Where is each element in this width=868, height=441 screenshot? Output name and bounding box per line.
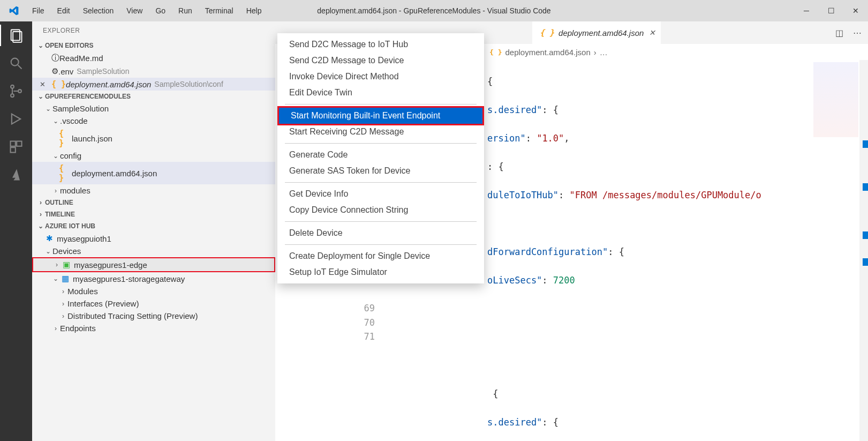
open-editors-label: OPEN EDITORS bbox=[45, 42, 93, 49]
mi-start-receiving[interactable]: Start Receiving C2D Message bbox=[277, 124, 484, 140]
chevron-right-icon: › bbox=[51, 187, 60, 195]
json-icon: { } bbox=[59, 163, 70, 183]
open-editor-path: SampleSolution bbox=[77, 67, 129, 76]
iot-interfaces-item[interactable]: ›Interfaces (Preview) bbox=[32, 297, 275, 310]
tree-launch[interactable]: { }launch.json bbox=[32, 127, 275, 150]
tree-deployment[interactable]: { }deployment.amd64.json bbox=[32, 162, 275, 184]
timeline-section[interactable]: ›TIMELINE bbox=[32, 208, 275, 220]
chevron-right-icon: › bbox=[594, 48, 597, 57]
iot-hub-label: AZURE IOT HUB bbox=[45, 222, 95, 230]
minimap[interactable] bbox=[813, 62, 858, 137]
tree-label: Distributed Tracing Setting (Preview) bbox=[67, 311, 198, 320]
menu-view[interactable]: View bbox=[120, 6, 149, 15]
chevron-right-icon: › bbox=[36, 211, 45, 218]
iot-modules-item[interactable]: ›Modules bbox=[32, 285, 275, 297]
chevron-down-icon: ⌄ bbox=[44, 105, 52, 113]
svg-point-6 bbox=[18, 89, 21, 93]
tree-vscode[interactable]: ⌄.vscode bbox=[32, 115, 275, 127]
svg-point-4 bbox=[11, 85, 14, 88]
menu-file[interactable]: File bbox=[26, 6, 51, 15]
overview-ruler[interactable] bbox=[859, 60, 868, 441]
open-editor-deployment[interactable]: ✕ { } deployment.amd64.json SampleSoluti… bbox=[32, 78, 275, 91]
iot-hub-item[interactable]: ✱myasegpuioth1 bbox=[32, 232, 275, 245]
source-control-icon[interactable] bbox=[9, 84, 24, 99]
activity-bar bbox=[0, 21, 32, 441]
azure-icon[interactable] bbox=[9, 167, 24, 182]
menu-edit[interactable]: Edit bbox=[51, 6, 77, 15]
iot-endpoints-item[interactable]: ›Endpoints bbox=[32, 322, 275, 334]
open-editor-readme[interactable]: ⓘ ReadMe.md bbox=[32, 51, 275, 65]
open-editor-env[interactable]: ⚙ .env SampleSolution bbox=[32, 65, 275, 78]
titlebar: File Edit Selection View Go Run Terminal… bbox=[0, 0, 868, 21]
svg-rect-7 bbox=[11, 141, 16, 146]
menu-selection[interactable]: Selection bbox=[77, 6, 120, 15]
tree-config[interactable]: ⌄config bbox=[32, 150, 275, 162]
chevron-down-icon: ⌄ bbox=[36, 93, 45, 100]
chevron-down-icon: ⌄ bbox=[36, 42, 45, 49]
mi-setup-simulator[interactable]: Setup IoT Edge Simulator bbox=[277, 264, 484, 280]
mi-delete-device[interactable]: Delete Device bbox=[277, 225, 484, 241]
timeline-label: TIMELINE bbox=[45, 211, 75, 218]
split-editor-icon[interactable]: ◫ bbox=[835, 28, 843, 38]
json-icon: { } bbox=[59, 129, 70, 148]
menu-run[interactable]: Run bbox=[172, 6, 199, 15]
tree-sample[interactable]: ⌄SampleSolution bbox=[32, 102, 275, 115]
ruler-mark bbox=[863, 183, 868, 191]
close-icon[interactable]: ✕ bbox=[649, 28, 655, 37]
open-editors-section[interactable]: ⌄ OPEN EDITORS bbox=[32, 40, 275, 51]
mi-start-monitoring[interactable]: Start Monitoring Built-in Event Endpoint bbox=[279, 108, 482, 124]
search-icon[interactable] bbox=[9, 56, 24, 71]
close-button[interactable]: ✕ bbox=[843, 0, 868, 21]
tree-label: SampleSolution bbox=[52, 104, 109, 113]
chevron-right-icon: › bbox=[59, 312, 67, 320]
run-debug-icon[interactable] bbox=[9, 111, 24, 126]
iot-storage-device[interactable]: ⌄▦myasegpures1-storagegateway bbox=[32, 272, 275, 285]
outline-label: OUTLINE bbox=[45, 199, 73, 206]
mi-send-d2c[interactable]: Send D2C Message to IoT Hub bbox=[277, 36, 484, 53]
device-icon: ▦ bbox=[60, 274, 71, 283]
open-editor-path: SampleSolution\conf bbox=[154, 80, 223, 88]
chevron-right-icon: › bbox=[59, 300, 67, 308]
separator bbox=[285, 221, 477, 222]
json-icon: { } bbox=[51, 79, 66, 89]
tree-label: .vscode bbox=[60, 116, 88, 125]
tree-label: config bbox=[60, 151, 81, 160]
ruler-mark bbox=[863, 258, 868, 266]
maximize-button[interactable]: ☐ bbox=[819, 0, 843, 21]
iot-hub-section[interactable]: ⌄AZURE IOT HUB bbox=[32, 220, 275, 232]
open-editor-label: .env bbox=[58, 67, 73, 76]
extensions-icon[interactable] bbox=[9, 139, 24, 154]
mi-get-device-info[interactable]: Get Device Info bbox=[277, 186, 484, 202]
minimize-button[interactable]: ─ bbox=[794, 0, 819, 21]
menu-help[interactable]: Help bbox=[240, 6, 268, 15]
explorer-icon[interactable] bbox=[9, 28, 24, 43]
more-icon[interactable]: ⋯ bbox=[853, 28, 862, 38]
iot-edge-device[interactable]: ›▣myasegpures1-edge bbox=[32, 257, 275, 272]
window-title: deployment.amd64.json - GpuReferenceModu… bbox=[317, 6, 550, 15]
chevron-down-icon: ⌄ bbox=[51, 152, 60, 160]
iot-tracing-item[interactable]: ›Distributed Tracing Setting (Preview) bbox=[32, 310, 275, 322]
separator bbox=[285, 104, 477, 104]
open-editor-label: deployment.amd64.json bbox=[66, 80, 151, 89]
menu-terminal[interactable]: Terminal bbox=[199, 6, 240, 15]
chevron-right-icon: › bbox=[51, 325, 60, 332]
svg-point-5 bbox=[11, 94, 14, 97]
editor-tab-deployment[interactable]: { } deployment.amd64.json ✕ bbox=[532, 21, 661, 44]
mi-generate-code[interactable]: Generate Code bbox=[277, 147, 484, 163]
json-icon: { } bbox=[540, 28, 554, 38]
mi-generate-sas[interactable]: Generate SAS Token for Device bbox=[277, 163, 484, 179]
tree-label: Devices bbox=[52, 246, 81, 256]
mi-edit-twin[interactable]: Edit Device Twin bbox=[277, 85, 484, 101]
outline-section[interactable]: ›OUTLINE bbox=[32, 197, 275, 208]
workspace-section[interactable]: ⌄ GPUREFERENCEMODULES bbox=[32, 91, 275, 102]
close-icon[interactable]: ✕ bbox=[40, 80, 49, 88]
iot-devices-item[interactable]: ⌄Devices bbox=[32, 245, 275, 257]
tree-label: launch.json bbox=[72, 134, 112, 143]
tree-label: Interfaces (Preview) bbox=[67, 299, 139, 308]
mi-invoke-method[interactable]: Invoke Device Direct Method bbox=[277, 69, 484, 85]
mi-copy-conn[interactable]: Copy Device Connection String bbox=[277, 202, 484, 218]
tree-modules[interactable]: ›modules bbox=[32, 184, 275, 197]
mi-send-c2d[interactable]: Send C2D Message to Device bbox=[277, 53, 484, 69]
menu-go[interactable]: Go bbox=[149, 6, 172, 15]
mi-create-deployment[interactable]: Create Deployment for Single Device bbox=[277, 248, 484, 264]
